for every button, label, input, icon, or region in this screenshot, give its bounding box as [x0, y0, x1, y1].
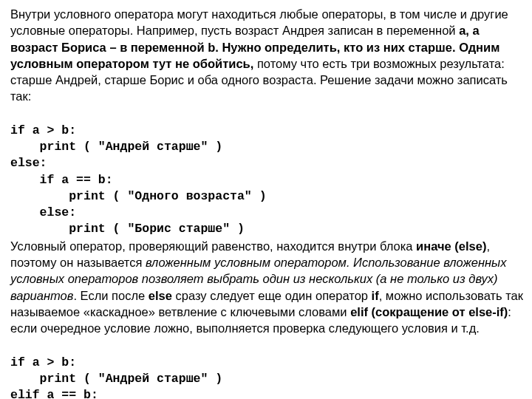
paragraph-intro: Внутри условного оператора могут находит… — [10, 6, 523, 105]
text-run-bold: elif (сокращение от else-if) — [350, 305, 508, 318]
text-run-bold: иначе (else) — [416, 239, 486, 253]
text-run-bold: else — [149, 289, 172, 302]
text-run-bold: if — [372, 289, 379, 302]
code-line: if a == b: — [10, 173, 113, 187]
code-line: print ( "Одного возраста" ) — [10, 189, 267, 203]
code-line: if a > b: — [10, 355, 76, 369]
code-line: print ( "Борис старше" ) — [10, 222, 245, 236]
code-line: else: — [10, 205, 76, 219]
code-block-2: if a > b: print ( "Андрей старше" ) elif… — [10, 338, 523, 399]
text-run: сразу следует еще один оператор — [172, 289, 372, 302]
code-line: print ( "Андрей старше" ) — [10, 372, 222, 386]
code-line: else: — [10, 156, 47, 170]
code-line: print ( "Андрей старше" ) — [10, 140, 222, 154]
paragraph-explain: Условный оператор, проверяющий равенство… — [10, 238, 523, 337]
text-run: Внутри условного оператора могут находит… — [10, 7, 508, 37]
document-page: Внутри условного оператора могут находит… — [0, 0, 532, 399]
code-line: if a > b: — [10, 123, 76, 137]
text-run: . Если после — [73, 289, 148, 302]
code-line: elif a == b: — [10, 388, 98, 399]
code-block-1: if a > b: print ( "Андрей старше" ) else… — [10, 106, 523, 238]
text-run: Условный оператор, проверяющий равенство… — [10, 239, 416, 253]
